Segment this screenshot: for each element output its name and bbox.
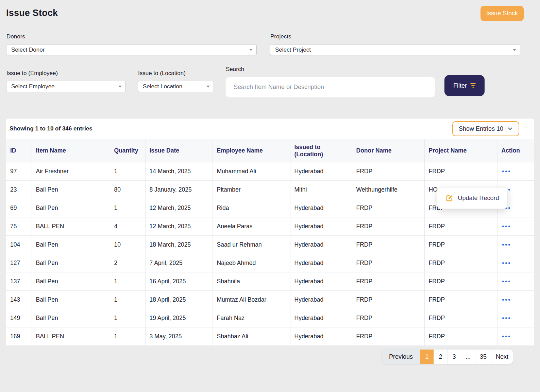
cell-quantity: 1 [110,291,145,309]
row-actions-button[interactable] [502,168,511,174]
cell-quantity: 1 [110,327,145,346]
cell-quantity: 2 [110,254,145,272]
entries-summary: Showing 1 to 10 of 346 entries [10,125,92,132]
filters-row-2: Issue to (Employee) Select Employee Issu… [6,70,534,97]
projects-field: Projects Select Project [270,33,520,55]
cell-employee-name: Shahbaz Ali [213,327,290,346]
donor-select[interactable]: Select Donor [6,44,257,55]
cell-donor-name: FRDP [352,199,424,217]
table-header: ID Item Name Quantity Issue Date Employe… [6,139,534,162]
update-record-menu-item[interactable]: Update Record [443,194,501,202]
column-header-id: ID [6,139,32,162]
cell-id: 169 [6,327,32,346]
ellipsis-icon [502,299,504,301]
show-entries-label: Show Entries 10 [459,125,503,132]
table-row: 143 Ball Pen 1 18 April, 2025 Mumtaz Ali… [6,291,534,309]
cell-issue-date: 18 April, 2025 [145,291,213,309]
pagination-page-2[interactable]: 2 [434,350,447,364]
ellipsis-icon [502,336,504,337]
filter-button[interactable]: Filter [444,75,485,96]
issue-stock-button[interactable]: Issue Stock [480,6,524,21]
column-header-project-name: Project Name [424,139,497,162]
select-caret-icon [513,49,516,51]
donors-label: Donors [6,33,257,40]
row-action-menu: Update Record [437,187,508,209]
row-actions-button[interactable] [502,242,511,248]
cell-issue-date: 12 March, 2025 [145,199,213,217]
pagination-ellipsis[interactable]: ... [461,350,475,364]
cell-donor-name: FRDP [352,236,424,254]
cell-item-name: Ball Pen [32,291,110,309]
location-label: Issue to (Location) [138,70,214,77]
cell-issued-to-location: Hyderabad [290,162,352,181]
cell-employee-name: Saad ur Rehman [213,236,290,254]
cell-donor-name: FRDP [352,327,424,346]
edit-icon [445,194,453,202]
pagination: Previous 1 2 3 ... 35 Next [6,350,513,364]
cell-id: 23 [6,181,32,199]
chevron-down-icon [507,126,513,131]
pagination-page-35[interactable]: 35 [475,350,491,364]
cell-quantity: 1 [110,272,145,291]
row-actions-button[interactable] [502,334,511,339]
cell-issue-date: 8 January, 2025 [145,181,213,199]
donors-field: Donors Select Donor [6,33,257,55]
cell-quantity: 1 [110,309,145,327]
row-actions-button[interactable] [502,260,511,266]
ellipsis-icon [502,244,504,246]
cell-issued-to-location: Hyderabad [290,309,352,327]
pagination-page-1[interactable]: 1 [420,350,434,364]
row-actions-button[interactable] [502,224,511,229]
search-input[interactable] [225,77,435,97]
cell-employee-name: Muhammad Ali [213,162,290,181]
search-field: Search [225,66,435,97]
pagination-group: Previous 1 2 3 ... 35 Next [382,350,513,364]
search-label: Search [226,66,435,73]
pagination-previous[interactable]: Previous [382,350,420,364]
cell-quantity: 1 [110,199,145,217]
column-header-issue-date: Issue Date [145,139,213,162]
column-header-employee-name: Employee Name [213,139,290,162]
table-row: 104 Ball Pen 10 18 March, 2025 Saad ur R… [6,236,534,254]
issue-stock-page: Issue Stock Issue Stock Donors Select Do… [0,0,540,364]
employee-label: Issue to (Employee) [6,70,126,77]
cell-issue-date: 12 March, 2025 [145,217,213,236]
cell-project-name: FRDP [424,309,497,327]
page-title: Issue Stock [6,8,58,18]
ellipsis-icon [502,317,504,319]
row-actions-button[interactable] [502,315,511,321]
cell-project-name: FRDP [424,327,497,346]
cell-project-name: FRDP [424,236,497,254]
cell-item-name: BALL PEN [32,327,110,346]
cell-donor-name: Welthungerhilfe [352,181,424,199]
table-row: 75 BALL PEN 4 12 March, 2025 Aneela Para… [6,217,534,236]
row-actions-button[interactable] [502,297,511,303]
cell-issue-date: 14 March, 2025 [145,162,213,181]
table-row: 137 Ball Pen 1 16 April, 2025 Shahnila H… [6,272,534,291]
issue-stock-table-card: Showing 1 to 10 of 346 entries Show Entr… [6,119,534,346]
location-select-value: Select Location [143,83,182,90]
pagination-page-3[interactable]: 3 [447,350,461,364]
projects-label: Projects [270,33,520,40]
cell-quantity: 1 [110,162,145,181]
select-caret-icon [118,86,122,88]
employee-select[interactable]: Select Employee [6,81,126,92]
cell-employee-name: Mumtaz Ali Bozdar [213,291,290,309]
cell-donor-name: FRDP [352,162,424,181]
filters-row-1: Donors Select Donor Projects Select Proj… [6,33,534,55]
cell-issued-to-location: Hyderabad [290,254,352,272]
employee-field: Issue to (Employee) Select Employee [6,70,126,92]
location-select[interactable]: Select Location [138,81,214,92]
row-actions-button[interactable] [502,279,511,284]
cell-item-name: Ball Pen [32,272,110,291]
table-row: 97 Air Freshner 1 14 March, 2025 Muhamma… [6,162,534,181]
cell-id: 97 [6,162,32,181]
cell-issue-date: 7 April, 2025 [145,254,213,272]
cell-id: 75 [6,217,32,236]
cell-id: 149 [6,309,32,327]
pagination-next[interactable]: Next [491,350,513,364]
project-select[interactable]: Select Project [270,44,520,55]
cell-issue-date: 16 April, 2025 [145,272,213,291]
donor-select-value: Select Donor [11,47,45,53]
show-entries-dropdown[interactable]: Show Entries 10 [452,121,519,136]
